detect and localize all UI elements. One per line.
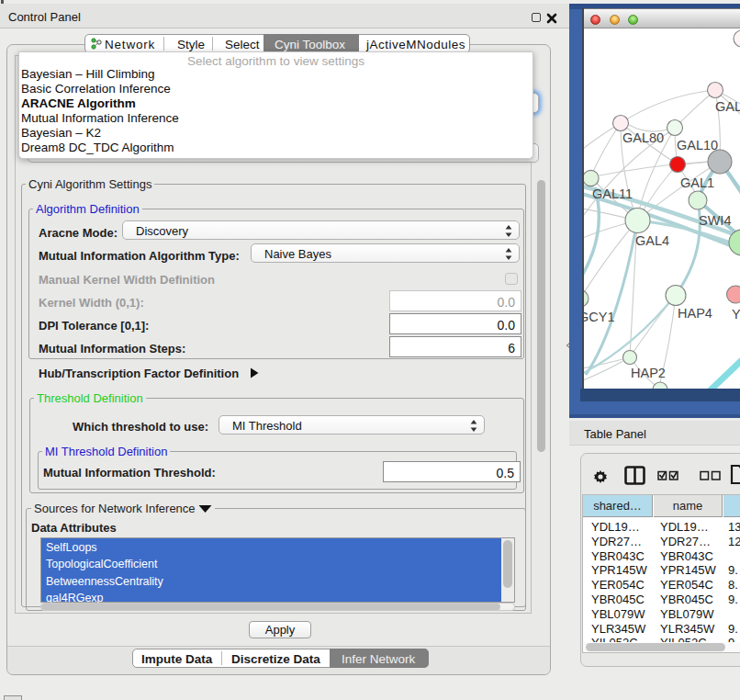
svg-text:HAP2: HAP2	[631, 366, 666, 380]
svg-text:GAL11: GAL11	[592, 186, 633, 201]
svg-text:GAL1: GAL1	[680, 175, 714, 190]
svg-text:GCY1: GCY1	[584, 310, 615, 324]
svg-text:GAL80: GAL80	[622, 130, 664, 145]
svg-text:GAL: GAL	[715, 99, 740, 114]
svg-text:HAP4: HAP4	[678, 306, 712, 321]
svg-text:GAL4: GAL4	[635, 233, 669, 248]
svg-text:Y: Y	[732, 307, 740, 322]
svg-text:GAL10: GAL10	[677, 138, 718, 152]
svg-text:SWI4: SWI4	[699, 213, 731, 228]
